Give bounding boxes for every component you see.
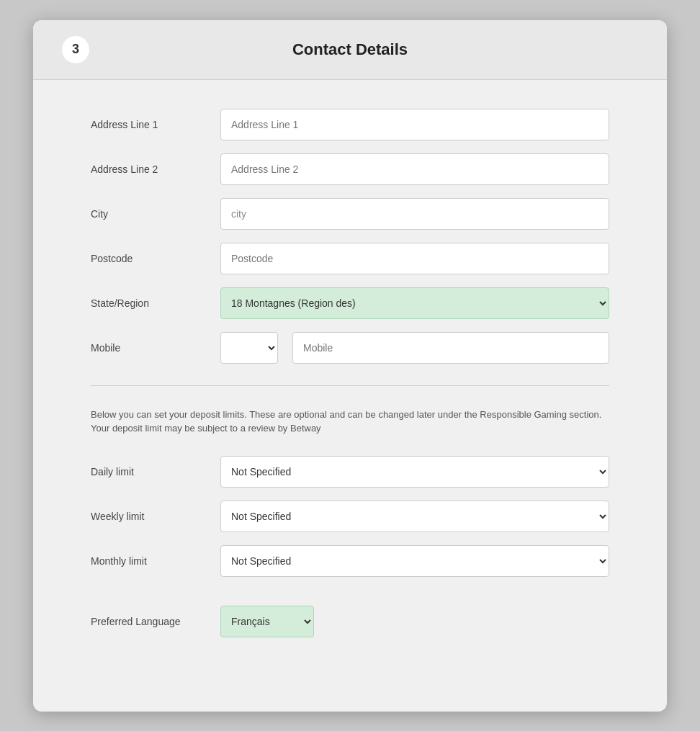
card-header: 3 Contact Details (33, 20, 667, 80)
contact-details-card: 3 Contact Details Address Line 1 Address… (33, 20, 667, 712)
city-row: City (91, 198, 609, 230)
daily-limit-select[interactable]: Not Specified (220, 456, 609, 488)
mobile-label: Mobile (91, 342, 206, 354)
address-line-2-row: Address Line 2 (91, 153, 609, 185)
preferred-language-row: Preferred Language Français (91, 606, 609, 637)
address-line-1-input[interactable] (220, 109, 609, 140)
mobile-country-select[interactable] (220, 332, 278, 364)
state-region-label: State/Region (91, 297, 206, 309)
page-title: Contact Details (104, 40, 596, 59)
daily-limit-row: Daily limit Not Specified (91, 456, 609, 488)
city-input[interactable] (220, 198, 609, 230)
city-label: City (91, 208, 206, 220)
weekly-limit-select[interactable]: Not Specified (220, 501, 609, 532)
address-line-2-input[interactable] (220, 153, 609, 185)
preferred-language-select[interactable]: Français (220, 606, 314, 637)
weekly-limit-row: Weekly limit Not Specified (91, 501, 609, 532)
weekly-limit-label: Weekly limit (91, 511, 206, 522)
address-line-1-row: Address Line 1 (91, 109, 609, 140)
monthly-limit-select[interactable]: Not Specified (220, 545, 609, 577)
state-region-select[interactable]: 18 Montagnes (Region des) (220, 287, 609, 319)
section-divider (91, 385, 609, 386)
card-body: Address Line 1 Address Line 2 City Postc… (33, 80, 667, 673)
address-line-2-label: Address Line 2 (91, 163, 206, 175)
deposit-limits-info: Below you can set your deposit limits. T… (91, 408, 609, 436)
postcode-label: Postcode (91, 253, 206, 264)
postcode-input[interactable] (220, 243, 609, 274)
mobile-row: Mobile (91, 332, 609, 364)
preferred-language-label: Preferred Language (91, 616, 206, 627)
daily-limit-label: Daily limit (91, 466, 206, 477)
state-region-row: State/Region 18 Montagnes (Region des) (91, 287, 609, 319)
monthly-limit-label: Monthly limit (91, 555, 206, 567)
mobile-input[interactable] (292, 332, 609, 364)
monthly-limit-row: Monthly limit Not Specified (91, 545, 609, 577)
address-line-1-label: Address Line 1 (91, 119, 206, 130)
step-badge: 3 (62, 36, 89, 63)
postcode-row: Postcode (91, 243, 609, 274)
